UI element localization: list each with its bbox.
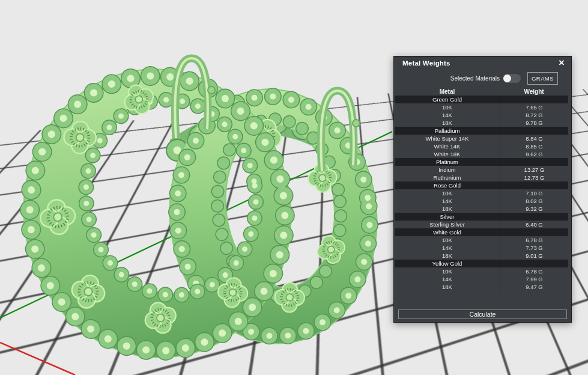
weight-cell: 6.78 G [500, 236, 568, 244]
metal-cell: 10K [395, 236, 500, 244]
metal-weights-panel: Metal Weights ✕ Selected Materials GRAMS… [393, 56, 572, 323]
weight-column-header: Weight [500, 87, 568, 96]
weight-cell [500, 181, 568, 189]
metal-cell: Ruthenium [395, 174, 500, 181]
metal-cell: White Super 14K [395, 135, 500, 142]
table-row: 14K 7.73 G [395, 244, 568, 252]
weight-cell: 9.01 G [500, 252, 568, 260]
metal-cell: 18K [395, 119, 500, 127]
weight-cell [500, 228, 568, 236]
viewport-3d[interactable]: Metal Weights ✕ Selected Materials GRAMS… [0, 0, 588, 375]
units-button[interactable]: GRAMS [527, 72, 558, 85]
table-row: Rose Gold [395, 181, 568, 189]
table-row: White Gold [395, 228, 568, 236]
weight-cell: 8.85 G [500, 142, 568, 150]
table-row: 10K 6.78 G [395, 267, 568, 275]
weight-cell: 9.62 G [500, 150, 568, 158]
table-row: Ruthenium 12.73 G [395, 174, 568, 181]
weight-cell [500, 213, 568, 221]
table-row: 18K 9.47 G [395, 283, 568, 291]
calculate-button[interactable]: Calculate [398, 309, 567, 319]
weight-cell: 7.99 G [500, 275, 568, 283]
metal-cell: Sterling Silver [395, 221, 500, 228]
metal-cell: 18K [395, 205, 500, 213]
metal-cell: 14K [395, 197, 500, 205]
metal-cell: Yellow Gold [395, 260, 500, 267]
table-row: White 18K 9.62 G [395, 150, 568, 158]
table-row: Platinum [395, 158, 568, 166]
metal-cell: Palladium [395, 127, 500, 135]
metal-weights-table-body: Green Gold 10K 7.65 G 14K 8.72 G 18K 9.7… [395, 96, 568, 291]
metal-cell: Rose Gold [395, 181, 500, 189]
weight-cell: 8.72 G [500, 111, 568, 119]
metal-cell: 14K [395, 244, 500, 252]
metal-cell: White Gold [395, 228, 500, 236]
metal-cell: 14K [395, 111, 500, 119]
weight-cell: 12.73 G [500, 174, 568, 181]
metal-column-header: Metal [395, 87, 500, 96]
weight-cell: 6.78 G [500, 267, 568, 275]
table-row: 14K 8.72 G [395, 111, 568, 119]
weight-cell [500, 127, 568, 135]
table-row: Green Gold [395, 96, 568, 103]
metal-cell: 18K [395, 252, 500, 260]
metal-cell: White 14K [395, 142, 500, 150]
table-row: Sterling Silver 6.40 G [395, 221, 568, 228]
close-icon[interactable]: ✕ [556, 58, 567, 69]
metal-weights-table: Metal Weight Green Gold 10K 7.65 G 14K 8… [395, 87, 568, 291]
panel-title: Metal Weights [402, 59, 450, 67]
table-row: White Super 14K 8.84 G [395, 135, 568, 142]
weight-cell: 7.73 G [500, 244, 568, 252]
toggle-knob [503, 75, 511, 82]
table-row: 10K 6.78 G [395, 236, 568, 244]
table-row: 18K 9.78 G [395, 119, 568, 127]
table-row: Palladium [395, 127, 568, 135]
weight-cell: 7.10 G [500, 189, 568, 197]
metal-cell: 14K [395, 275, 500, 283]
table-row: White 14K 8.85 G [395, 142, 568, 150]
weight-cell: 8.02 G [500, 197, 568, 205]
table-row: 14K 8.02 G [395, 197, 568, 205]
metal-cell: 10K [395, 267, 500, 275]
weight-cell: 9.47 G [500, 283, 568, 291]
metal-cell: 10K [395, 103, 500, 111]
weight-cell: 7.65 G [500, 103, 568, 111]
table-row: Silver [395, 213, 568, 221]
weight-cell: 9.32 G [500, 205, 568, 213]
metal-cell: Iridium [395, 166, 500, 174]
selected-materials-toggle[interactable] [503, 74, 521, 83]
metal-cell: Platinum [395, 158, 500, 166]
table-row: 18K 9.32 G [395, 205, 568, 213]
metal-cell: Silver [395, 213, 500, 221]
metal-cell: 18K [395, 283, 500, 291]
table-row: 14K 7.99 G [395, 275, 568, 283]
table-row: 10K 7.65 G [395, 103, 568, 111]
weight-cell: 13.27 G [500, 166, 568, 174]
selected-materials-label: Selected Materials [450, 75, 500, 82]
table-row: 18K 9.01 G [395, 252, 568, 260]
table-row: Iridium 13.27 G [395, 166, 568, 174]
weight-cell: 9.78 G [500, 119, 568, 127]
metal-cell: 10K [395, 189, 500, 197]
table-row: Yellow Gold [395, 260, 568, 267]
metal-cell: Green Gold [395, 96, 500, 103]
weight-cell: 8.84 G [500, 135, 568, 142]
weight-cell: 6.40 G [500, 221, 568, 228]
weight-cell [500, 158, 568, 166]
metal-cell: White 18K [395, 150, 500, 158]
table-header: Metal Weight [395, 87, 568, 96]
weight-cell [500, 96, 568, 103]
table-row: 10K 7.10 G [395, 189, 568, 197]
weight-cell [500, 260, 568, 267]
